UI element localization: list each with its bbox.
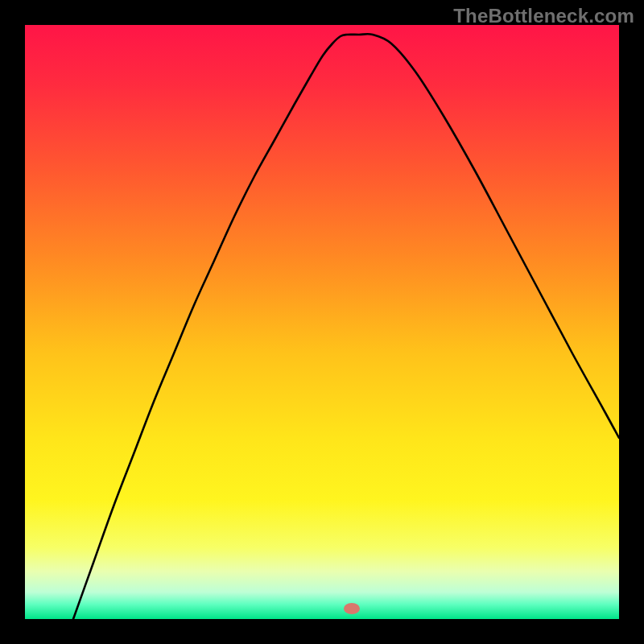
plot-area: [25, 25, 619, 619]
plot-svg: [25, 25, 619, 619]
gradient-background: [25, 25, 619, 619]
chart-stage: TheBottleneck.com: [0, 0, 644, 644]
watermark-text: TheBottleneck.com: [453, 5, 634, 27]
minimum-marker: [344, 603, 360, 614]
